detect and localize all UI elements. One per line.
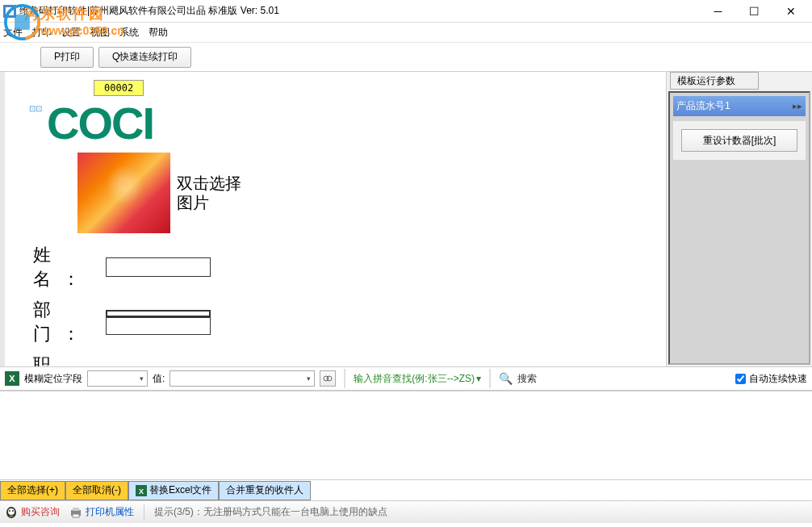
svg-point-14	[12, 510, 14, 512]
deselect-all-button[interactable]: 全部取消(-)	[65, 481, 128, 500]
replace-excel-button[interactable]: X 替换Excel文件	[128, 481, 219, 500]
merge-duplicates-button[interactable]: 合并重复的收件人	[219, 481, 311, 500]
reset-counter-button[interactable]: 重设计数器[批次]	[681, 129, 797, 152]
printer-icon	[69, 506, 82, 519]
auto-continuous-label: 自动连续快速	[749, 372, 807, 386]
status-tip: 提示(3/5)：无注册码方式只能在一台电脑上使用的缺点	[154, 505, 387, 519]
serial-section-header[interactable]: 产品流水号1 ▸▸	[673, 96, 806, 116]
svg-point-12	[8, 508, 15, 515]
parameters-panel: 模板运行参数 产品流水号1 ▸▸ 重设计数器[批次]	[667, 72, 812, 366]
menu-settings[interactable]: 设置	[61, 26, 81, 40]
print-button[interactable]: P打印	[40, 47, 94, 68]
image-hint-text[interactable]: 双击选择图片	[177, 174, 249, 212]
filter-bar: X 模糊定位字段 ▾ 值: ▾ 输入拼音查找(例:张三-->ZS) ▾ 🔍 搜索…	[0, 366, 812, 391]
svg-rect-17	[73, 514, 79, 517]
title-label: 职务：	[33, 353, 106, 366]
menu-help[interactable]: 帮助	[149, 26, 168, 40]
select-all-button[interactable]: 全部选择(+)	[0, 481, 65, 500]
value-label: 值:	[153, 372, 165, 386]
svg-point-13	[9, 510, 10, 512]
pinyin-hint: 输入拼音查找(例:张三-->ZS) ▾	[354, 372, 481, 386]
app-icon	[3, 5, 16, 18]
panel-tab-params[interactable]: 模板运行参数	[670, 72, 759, 90]
printer-properties-link[interactable]: 打印机属性	[69, 505, 134, 519]
chevron-down-icon: ▾	[307, 374, 311, 383]
minimize-button[interactable]: ─	[700, 0, 736, 23]
maximize-button[interactable]: ☐	[736, 0, 772, 23]
menu-view[interactable]: 视图	[90, 26, 110, 40]
excel-icon: X	[136, 485, 147, 496]
dept-label: 部门：	[33, 298, 106, 346]
status-bar: 购买咨询 打印机属性 提示(3/5)：无注册码方式只能在一台电脑上使用的缺点	[0, 500, 812, 523]
titlebar: 维条码打印软件|苏州飓风软件有限公司出品 标准版 Ver: 5.01 ─ ☐ ✕	[0, 0, 812, 23]
close-button[interactable]: ✕	[772, 0, 809, 23]
chevron-down-icon[interactable]: ▾	[476, 373, 481, 384]
chevron-right-icon: ▸▸	[793, 101, 802, 111]
fuzzy-field-label: 模糊定位字段	[24, 372, 82, 386]
menu-print[interactable]: 打印	[32, 26, 52, 40]
name-label: 姓名：	[33, 243, 106, 291]
chevron-down-icon: ▾	[140, 374, 144, 383]
excel-icon[interactable]: X	[5, 371, 19, 386]
serial-number-field[interactable]: 00002	[94, 80, 144, 96]
design-canvas[interactable]: 00002 ⊡⊡ COCI 双击选择图片 姓名： 部门： 职务	[0, 72, 667, 366]
menu-system[interactable]: 系统	[119, 26, 139, 40]
action-bar: 全部选择(+) 全部取消(-) X 替换Excel文件 合并重复的收件人	[0, 479, 812, 500]
search-label: 搜索	[517, 372, 537, 386]
dept-input[interactable]	[106, 316, 211, 335]
svg-rect-16	[73, 508, 79, 511]
quick-print-button[interactable]: Q快速连续打印	[98, 47, 191, 68]
find-button[interactable]	[320, 370, 336, 387]
svg-point-8	[327, 376, 332, 381]
svg-text:X: X	[9, 374, 15, 383]
qq-icon	[5, 506, 18, 519]
window-title: 维条码打印软件|苏州飓风软件有限公司出品 标准版 Ver: 5.01	[19, 4, 700, 18]
logo-text[interactable]: COCI	[47, 101, 153, 146]
toolbar: P打印 Q快速连续打印	[0, 42, 812, 71]
value-combo[interactable]: ▾	[170, 370, 315, 387]
binoculars-icon	[323, 374, 333, 383]
image-placeholder[interactable]	[77, 153, 170, 233]
data-grid[interactable]	[0, 391, 812, 479]
menu-file[interactable]: 文件	[3, 26, 23, 40]
buy-link[interactable]: 购买咨询	[5, 505, 60, 519]
auto-continuous-checkbox[interactable]	[735, 374, 746, 384]
menubar: 文件 打印 设置 视图 系统 帮助	[0, 23, 812, 42]
name-input[interactable]	[106, 257, 211, 277]
search-icon[interactable]: 🔍	[499, 372, 513, 385]
svg-text:X: X	[139, 487, 144, 496]
svg-rect-4	[6, 7, 14, 15]
selection-handle-icon: ⊡⊡	[29, 104, 42, 113]
fuzzy-field-combo[interactable]: ▾	[87, 370, 148, 387]
